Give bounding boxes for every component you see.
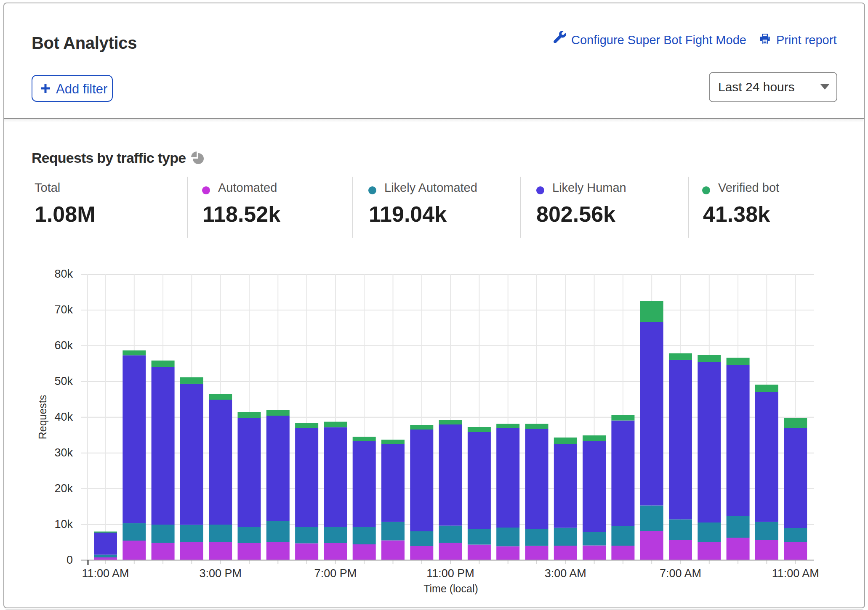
svg-text:30k: 30k: [54, 446, 73, 459]
svg-text:11:00 AM: 11:00 AM: [772, 567, 819, 580]
svg-text:3:00 PM: 3:00 PM: [199, 567, 242, 580]
svg-text:7:00 AM: 7:00 AM: [660, 567, 701, 580]
svg-text:20k: 20k: [54, 482, 73, 495]
svg-text:7:00 PM: 7:00 PM: [314, 567, 357, 580]
svg-text:60k: 60k: [54, 339, 73, 352]
svg-text:0: 0: [67, 554, 73, 566]
svg-text:70k: 70k: [54, 303, 73, 316]
svg-text:11:00 AM: 11:00 AM: [82, 567, 129, 580]
svg-text:11:00 PM: 11:00 PM: [426, 567, 474, 580]
svg-text:40k: 40k: [54, 411, 73, 423]
svg-text:Time (local): Time (local): [423, 583, 478, 594]
svg-text:10k: 10k: [54, 518, 73, 530]
svg-text:50k: 50k: [54, 375, 73, 387]
svg-text:80k: 80k: [54, 268, 73, 280]
svg-text:Requests: Requests: [37, 395, 48, 440]
svg-text:3:00 AM: 3:00 AM: [545, 567, 586, 580]
